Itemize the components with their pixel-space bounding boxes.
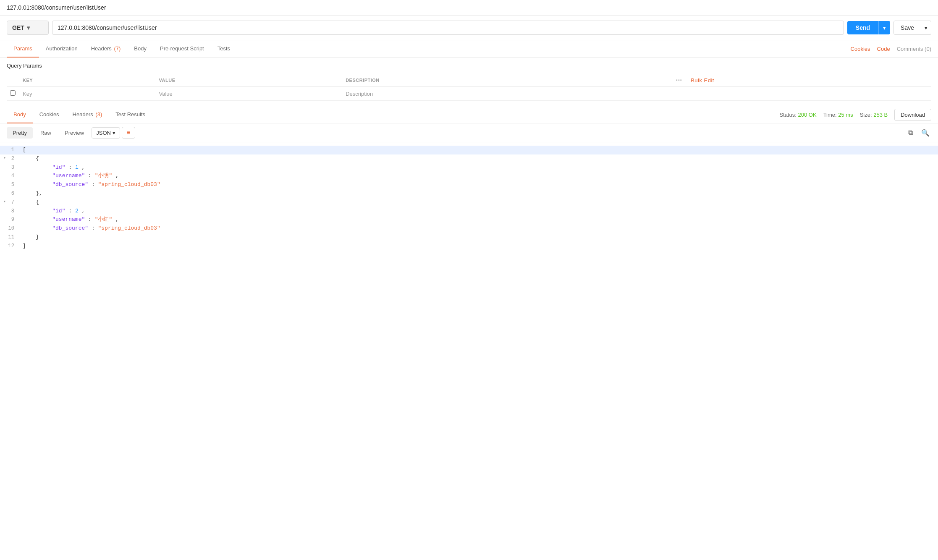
value-cell[interactable]: Value xyxy=(156,87,343,101)
line-content-7: { xyxy=(21,198,938,207)
status-value: 200 OK xyxy=(798,112,817,118)
line-content-2: { xyxy=(21,154,938,163)
search-icon[interactable]: 🔍 xyxy=(920,127,931,139)
more-col-header: ··· xyxy=(671,74,687,87)
bulk-edit-col-header: Bulk Edit xyxy=(687,74,931,87)
line-content-1: [ xyxy=(21,146,938,154)
time-label: Time: 25 ms xyxy=(823,112,853,118)
size-value: 253 B xyxy=(873,112,888,118)
save-group: Save ▾ xyxy=(893,21,931,35)
code-line-7: 7 { xyxy=(0,198,938,207)
code-line-12: 12 ] xyxy=(0,242,938,251)
send-button[interactable]: Send xyxy=(847,21,878,34)
code-line-4: 4 "username" : "小明" , xyxy=(0,172,938,181)
code-link[interactable]: Code xyxy=(877,46,890,52)
bulk-edit-button[interactable]: Bulk Edit xyxy=(691,77,714,84)
desc-cell[interactable]: Description xyxy=(342,87,671,101)
line-content-12: ] xyxy=(21,242,938,251)
more-options-icon[interactable]: ··· xyxy=(676,76,682,84)
line-num-6: 6 xyxy=(0,189,21,198)
tab-tests[interactable]: Tests xyxy=(211,40,237,58)
comments-link[interactable]: Comments (0) xyxy=(897,46,931,52)
right-icons: ⧉ 🔍 xyxy=(904,127,931,139)
checkbox-col-header xyxy=(7,74,19,87)
line-num-2: 2 xyxy=(0,154,21,163)
method-arrow-icon: ▾ xyxy=(27,24,30,31)
title-bar: 127.0.01:8080/consumer/user/listUser xyxy=(0,0,938,16)
response-tab-headers[interactable]: Headers (3) xyxy=(66,106,109,123)
key-col-header: KEY xyxy=(19,74,156,87)
response-tab-body[interactable]: Body xyxy=(7,106,33,123)
line-num-5: 5 xyxy=(0,181,21,189)
code-line-5: 5 "db_source" : "spring_cloud_db03" xyxy=(0,181,938,189)
save-button[interactable]: Save xyxy=(893,21,921,35)
request-tabs-bar: Params Authorization Headers (7) Body Pr… xyxy=(0,40,938,58)
format-bar: Pretty Raw Preview JSON ▾ ≡ ⧉ 🔍 xyxy=(0,123,938,142)
line-num-4: 4 xyxy=(0,172,21,180)
wrap-icon: ≡ xyxy=(126,129,130,136)
raw-button[interactable]: Raw xyxy=(34,127,57,139)
response-tab-test-results[interactable]: Test Results xyxy=(109,106,152,123)
line-content-9: "username" : "小红" , xyxy=(21,215,938,224)
wrap-button[interactable]: ≡ xyxy=(122,127,135,139)
tab-params[interactable]: Params xyxy=(7,40,39,58)
download-button[interactable]: Download xyxy=(894,109,931,121)
code-line-1: 1 [ xyxy=(0,146,938,154)
pretty-button[interactable]: Pretty xyxy=(7,127,33,139)
url-input[interactable] xyxy=(52,21,844,35)
code-editor: 1 [ 2 { 3 "id" : 1 , 4 "username" : xyxy=(0,142,938,254)
response-status: Status: 200 OK Time: 25 ms Size: 253 B D… xyxy=(779,109,931,121)
save-dropdown-button[interactable]: ▾ xyxy=(921,21,931,35)
line-content-3: "id" : 1 , xyxy=(21,163,938,172)
line-content-4: "username" : "小明" , xyxy=(21,172,938,181)
line-content-8: "id" : 2 , xyxy=(21,207,938,216)
method-select[interactable]: GET ▾ xyxy=(7,21,49,35)
code-line-8: 8 "id" : 2 , xyxy=(0,207,938,216)
json-arrow-icon: ▾ xyxy=(113,130,115,136)
time-value: 25 ms xyxy=(838,112,853,118)
line-num-12: 12 xyxy=(0,242,21,250)
query-params-section: Query Params KEY VALUE DESCRIPTION ··· B… xyxy=(0,58,938,106)
cookies-link[interactable]: Cookies xyxy=(851,46,870,52)
line-content-6: }, xyxy=(21,189,938,198)
tab-body[interactable]: Body xyxy=(127,40,153,58)
code-line-2: 2 { xyxy=(0,154,938,163)
params-table: KEY VALUE DESCRIPTION ··· Bulk Edit Key … xyxy=(7,74,931,101)
line-content-10: "db_source" : "spring_cloud_db03" xyxy=(21,224,938,233)
row-checkbox[interactable] xyxy=(10,90,16,96)
value-col-header: VALUE xyxy=(156,74,343,87)
row-actions xyxy=(671,87,687,101)
response-tab-cookies[interactable]: Cookies xyxy=(33,106,66,123)
code-line-11: 11 } xyxy=(0,233,938,242)
key-cell[interactable]: Key xyxy=(19,87,156,101)
line-num-11: 11 xyxy=(0,233,21,241)
send-dropdown-button[interactable]: ▾ xyxy=(878,21,890,34)
page-title: 127.0.01:8080/consumer/user/listUser xyxy=(7,4,106,11)
code-line-10: 10 "db_source" : "spring_cloud_db03" xyxy=(0,224,938,233)
row-extra xyxy=(687,87,931,101)
line-num-9: 9 xyxy=(0,215,21,224)
status-label: Status: 200 OK xyxy=(779,112,816,118)
line-num-1: 1 xyxy=(0,146,21,154)
line-num-10: 10 xyxy=(0,224,21,233)
row-checkbox-cell xyxy=(7,87,19,101)
code-line-3: 3 "id" : 1 , xyxy=(0,163,938,172)
response-tabs-bar: Body Cookies Headers (3) Test Results St… xyxy=(0,106,938,123)
json-select[interactable]: JSON ▾ xyxy=(92,127,120,139)
copy-icon[interactable]: ⧉ xyxy=(904,127,916,139)
line-num-3: 3 xyxy=(0,163,21,172)
line-num-8: 8 xyxy=(0,207,21,215)
line-content-11: } xyxy=(21,233,938,242)
tab-prerequest[interactable]: Pre-request Script xyxy=(153,40,211,58)
json-label: JSON xyxy=(96,130,111,136)
tab-authorization[interactable]: Authorization xyxy=(39,40,84,58)
preview-button[interactable]: Preview xyxy=(59,127,90,139)
line-num-7: 7 xyxy=(0,198,21,207)
code-line-9: 9 "username" : "小红" , xyxy=(0,215,938,224)
code-line-6: 6 }, xyxy=(0,189,938,198)
desc-col-header: DESCRIPTION xyxy=(342,74,671,87)
table-row: Key Value Description xyxy=(7,87,931,101)
method-label: GET xyxy=(12,24,24,31)
tab-headers[interactable]: Headers (7) xyxy=(84,40,128,58)
request-bar: GET ▾ Send ▾ Save ▾ xyxy=(0,16,938,40)
